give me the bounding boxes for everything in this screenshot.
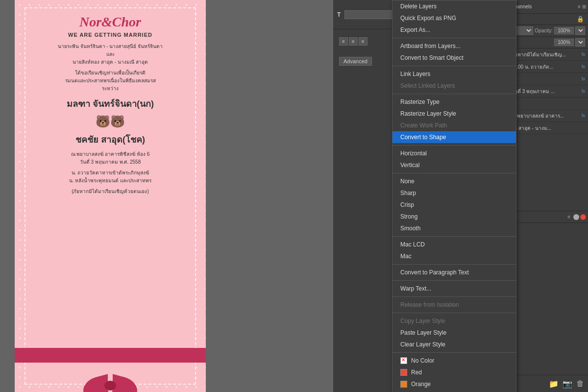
card-invite-text: ใต้ขอเรียนเชิญท่านเพื่อเป็นเกียรติ รมนตแ… <box>31 69 189 93</box>
spacer <box>368 37 378 46</box>
separator-10 <box>392 313 516 313</box>
invitation-inner: Nor&Chor WE ARE GETTING MARRIED นายระพิน… <box>24 7 196 385</box>
card-subtitle: WE ARE GETTING MARRIED <box>31 32 189 38</box>
menu-item-convert-smart[interactable]: Convert to Smart Object <box>392 52 516 64</box>
menu-item-rasterize-style[interactable]: Rasterize Layer Style <box>392 108 516 120</box>
layer-fx-2[interactable]: fx <box>582 64 585 69</box>
menu-item-export-as[interactable]: Export As... <box>392 24 516 36</box>
menu-item-release-isolation: Release from Isolation <box>392 299 516 311</box>
layer-fx-4[interactable]: fx <box>582 89 585 94</box>
card-text-parents: นายระพิน จันทร์จินดา - นางสายสุนีย์ จันท… <box>31 43 189 66</box>
no-color-swatch <box>400 357 407 364</box>
separator-1 <box>392 38 516 38</box>
menu-item-convert-paragraph[interactable]: Convert to Paragraph Text <box>392 267 516 278</box>
layer-name-4: วันตี่ 3 พฤษภาคม ... <box>511 88 580 95</box>
menu-item-warp-text[interactable]: Warp Text... <box>392 283 516 294</box>
separator-11 <box>392 352 516 353</box>
card-address: น. ถวายวัดตาหารเข้าด้พระภิกษุสงฆ์ น. หลั… <box>31 169 189 185</box>
layer-name-6: ณ พยาบาลสงฆ์ อาคาร... <box>511 112 580 120</box>
color-dot-red[interactable] <box>580 214 586 220</box>
separator-8 <box>392 280 516 281</box>
separator-6 <box>392 236 516 237</box>
orange-swatch <box>400 381 407 388</box>
opacity-label: Opacity: <box>535 28 553 33</box>
menu-item-yellow[interactable]: Yellow <box>392 390 516 392</box>
red-swatch <box>400 369 407 376</box>
menu-item-no-color[interactable]: No Color <box>392 355 516 367</box>
separator-7 <box>392 264 516 265</box>
bow-knot <box>104 381 116 391</box>
separator-5 <box>392 173 516 173</box>
advanced-button[interactable]: Advanced <box>339 57 372 66</box>
card-bride-name: มลฑา จันทร์จินดา(นก) <box>31 97 189 111</box>
separator-3 <box>392 94 516 94</box>
align-left-btn[interactable]: ≡ <box>339 37 348 46</box>
menu-item-clear-style[interactable]: Clear Layer Style <box>392 339 516 350</box>
invitation-card: Nor&Chor WE ARE GETTING MARRIED นายระพิน… <box>15 0 206 392</box>
context-menu: Delete Layers Quick Export as PNG Export… <box>392 0 516 392</box>
paths-tab-icons: ≡ <box>567 214 573 220</box>
card-venue: ณ พยาบาลสงฆ์ อาคารพิชีสงฆ์ ห้อง 6 วันตี่… <box>31 150 189 166</box>
color-indicators <box>573 214 586 220</box>
panel-list-icon[interactable]: ≡ <box>578 4 581 9</box>
advanced-area: Advanced <box>337 55 374 68</box>
menu-item-strong[interactable]: Strong <box>392 211 516 222</box>
layer-fx-3[interactable]: fx <box>582 76 585 81</box>
menu-item-select-linked: Select Linked Layers <box>392 80 516 92</box>
fill-value[interactable]: 100% <box>554 39 574 46</box>
panel-grid-icon[interactable]: ⊞ <box>582 4 586 9</box>
menu-item-crisp[interactable]: Crisp <box>392 199 516 211</box>
opacity-dropdown[interactable] <box>575 26 585 35</box>
menu-item-link-layers[interactable]: Link Layers <box>392 68 516 80</box>
layer-name-2: 10.00 น. ถวายภัต... <box>511 63 580 71</box>
menu-item-red[interactable]: Red <box>392 367 516 378</box>
card-title: Nor&Chor <box>31 14 189 30</box>
menu-item-vertical[interactable]: Vertical <box>392 159 516 171</box>
menu-item-artboard[interactable]: Artboard from Layers... <box>392 40 516 52</box>
separator-9 <box>392 296 516 297</box>
opacity-value[interactable]: 100% <box>554 27 574 34</box>
menu-item-sharp[interactable]: Sharp <box>392 187 516 199</box>
color-dot-1[interactable] <box>573 214 579 220</box>
delete-layer-icon[interactable]: 🗑 <box>576 379 584 388</box>
menu-item-orange[interactable]: Orange <box>392 378 516 390</box>
separator-4 <box>392 145 516 146</box>
new-layer-icon[interactable]: 📷 <box>563 379 572 389</box>
type-icon: T <box>337 11 341 18</box>
card-groom-name: ชคชัย สาอุด(โชค) <box>31 132 189 147</box>
new-group-icon[interactable]: 📁 <box>549 379 559 389</box>
layer-fx-1[interactable]: fx <box>582 52 585 57</box>
menu-item-horizontal[interactable]: Horizontal <box>392 147 516 159</box>
menu-item-smooth[interactable]: Smooth <box>392 222 516 234</box>
menu-item-quick-export[interactable]: Quick Export as PNG <box>392 12 516 24</box>
align-right-btn[interactable]: ≡ <box>359 37 368 46</box>
menu-item-mac-lcd[interactable]: Mac LCD <box>392 239 516 250</box>
menu-item-rasterize-type[interactable]: Rasterize Type <box>392 96 516 108</box>
menu-item-copy-style: Copy Layer Style <box>392 315 516 327</box>
card-bear-icons: 🐻🐻 <box>31 115 189 128</box>
menu-item-convert-shape[interactable]: Convert to Shape <box>392 131 516 143</box>
paths-list-icon[interactable]: ≡ <box>567 214 570 220</box>
menu-item-paste-style[interactable]: Paste Layer Style <box>392 327 516 339</box>
canvas-area: Nor&Chor WE ARE GETTING MARRIED นายระพิน… <box>0 0 333 392</box>
menu-item-none[interactable]: None <box>392 175 516 187</box>
separator-2 <box>392 66 516 66</box>
lock-icon[interactable]: 🔒 <box>577 16 584 23</box>
menu-item-delete-layers[interactable]: Delete Layers <box>392 0 516 12</box>
card-footer: (ภัยหากมิได้มาเรียนเชิญด้วยตนเอง) <box>31 188 189 196</box>
ribbon-band <box>15 348 206 363</box>
menu-item-mac[interactable]: Mac <box>392 250 516 262</box>
align-toolbar: ≡ ≡ ≡ <box>337 35 380 48</box>
align-center-btn[interactable]: ≡ <box>349 37 358 46</box>
layer-fx-6[interactable]: fx <box>582 113 585 118</box>
fill-dropdown[interactable] <box>575 38 585 47</box>
menu-item-create-work-path: Create Work Path <box>392 120 516 131</box>
layer-name-7: ทิง สาอุด - นางม... <box>511 124 585 132</box>
panel-header-icons: ≡ ⊞ <box>578 4 586 9</box>
layer-name-1: ภัยหากมิได้มาเรียนเชิญ... <box>511 51 580 58</box>
